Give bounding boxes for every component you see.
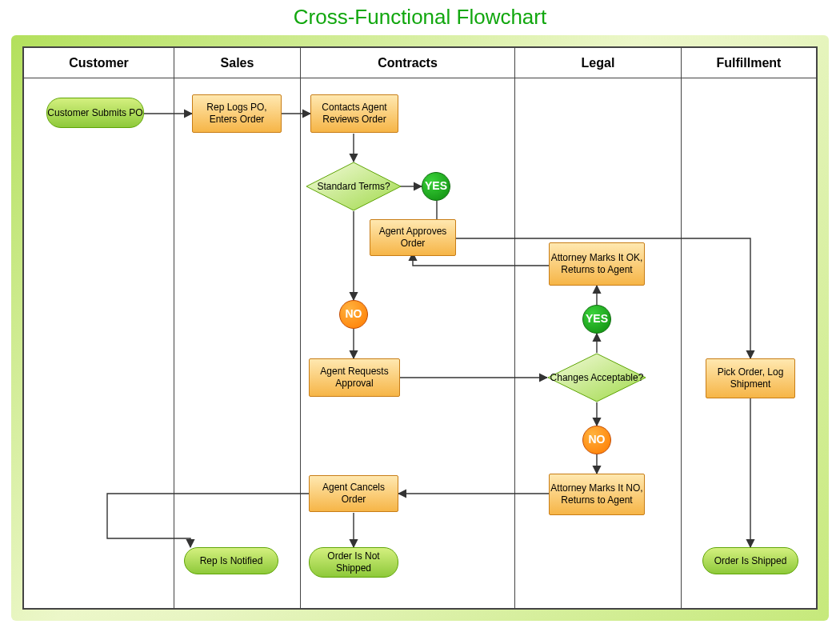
chart-title: Cross-Functional Flowchart — [0, 5, 840, 30]
terminator-shipped: Order Is Shipped — [702, 547, 798, 574]
process-agent-cancels: Agent Cancels Order — [309, 475, 398, 512]
process-attorney-no: Attorney Marks It NO, Returns to Agent — [549, 474, 645, 515]
decision-changes-acceptable: Changes Acceptable? — [547, 353, 646, 402]
process-attorney-ok: Attorney Marks It OK, Returns to Agent — [549, 242, 645, 286]
connector-no-1: NO — [339, 300, 368, 329]
connector-yes-2: YES — [582, 305, 611, 334]
swimlane-panel: Customer Sales Contracts Legal Fulfillme… — [22, 46, 818, 610]
process-reviews-order: Contacts Agent Reviews Order — [310, 94, 398, 133]
process-rep-logs: Rep Logs PO, Enters Order — [192, 94, 282, 133]
terminator-rep-notified: Rep Is Notified — [184, 547, 278, 574]
frame: Customer Sales Contracts Legal Fulfillme… — [11, 35, 829, 621]
process-agent-requests: Agent Requests Approval — [309, 358, 400, 397]
process-pick-order: Pick Order, Log Shipment — [706, 358, 795, 398]
decision-standard-terms: Standard Terms? — [306, 162, 402, 211]
connector-yes-1: YES — [422, 172, 450, 201]
terminator-not-shipped: Order Is Not Shipped — [309, 547, 398, 578]
terminator-customer-submits: Customer Submits PO — [46, 98, 144, 128]
arrows-layer — [24, 48, 816, 608]
connector-no-2: NO — [582, 426, 611, 454]
decision-standard-terms-label: Standard Terms? — [306, 162, 402, 211]
process-agent-approves: Agent Approves Order — [370, 219, 456, 256]
decision-changes-label: Changes Acceptable? — [547, 353, 646, 402]
